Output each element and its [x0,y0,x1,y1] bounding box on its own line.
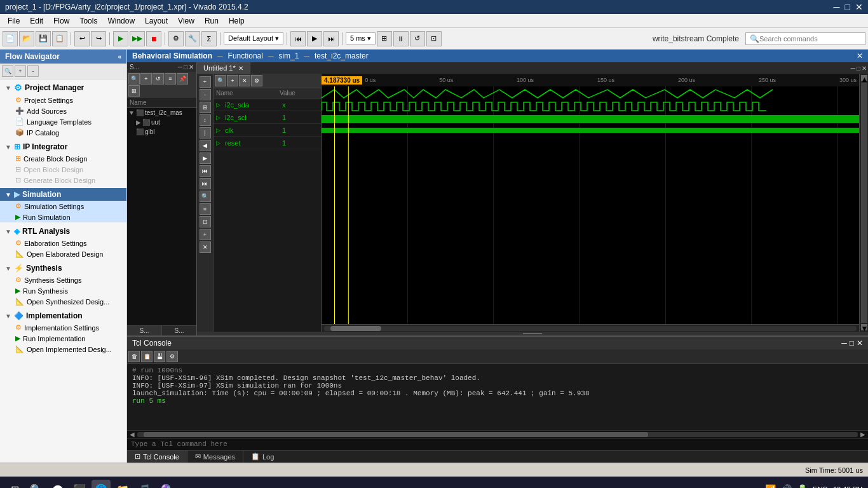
program-button[interactable]: Σ [201,31,217,46]
hierarchy-panel-close[interactable]: ✕ [189,64,194,71]
skip-to-end-button[interactable]: ⏭ [323,31,339,46]
nav-section-title-ip-integrator[interactable]: ▼ ⊞ IP Integrator [0,140,126,153]
nav-item-language-templates[interactable]: 📄 Language Templates [0,116,126,127]
undo-button[interactable]: ↩ [74,31,90,46]
task-cortana-button[interactable]: ⬤ [48,480,67,488]
task-explorer-button[interactable]: 📁 [113,480,132,488]
new-file-button[interactable]: 📄 [3,31,18,46]
nav-item-synthesis-settings[interactable]: ⚙ Synthesis Settings [0,274,126,285]
hier-tab-2[interactable]: S... [162,326,196,336]
tcl-copy-button[interactable]: 📋 [141,351,153,362]
wave-del-button[interactable]: ✕ [200,241,211,253]
save-button[interactable]: 💾 [36,31,51,46]
wave-next-button[interactable]: ▶ [200,152,211,164]
waveform-scrollbar-thumb[interactable] [330,326,381,331]
hierarchy-panel-minimize[interactable]: ─ [178,64,182,71]
wave-go-start-button[interactable]: ⏮ [200,165,211,177]
nav-item-open-block-design[interactable]: ⊟ Open Block Design [0,164,126,175]
maximize-button[interactable]: □ [845,2,850,12]
sim-tool-4[interactable]: ⊡ [426,31,442,46]
tcl-save-button[interactable]: 💾 [154,351,165,362]
hier-item-uut[interactable]: ▶ ⬛ uut [127,118,196,127]
sig-add-button[interactable]: + [227,75,238,86]
wave-settings-button[interactable]: ≡ [200,203,211,215]
menu-help[interactable]: Help [224,17,250,25]
run-sim-button[interactable]: ▶ [113,31,128,46]
scrollbar-down-arrow[interactable]: ▼ [861,324,867,330]
nav-item-open-synthesized-design[interactable]: 📐 Open Synthesized Desig... [0,296,126,307]
stop-button[interactable]: ⏹ [146,31,161,46]
tcl-tab-console[interactable]: ⊡ Tcl Console [127,451,187,463]
tcl-close-icon[interactable]: ✕ [857,339,863,348]
waveform-minimize-icon[interactable]: ─ [851,65,855,72]
nav-section-title-implementation[interactable]: ▼ 🔷 Implementation [0,309,126,322]
nav-item-run-implementation[interactable]: ▶ Run Implementation [0,333,126,344]
waveform-close-icon[interactable]: ✕ [862,65,867,72]
wave-expand-button[interactable]: ⊡ [200,216,211,227]
nav-item-generate-block-design[interactable]: ⊡ Generate Block Design [0,175,126,186]
hier-layout-button[interactable]: ⊞ [128,85,140,97]
wave-zoom-out-button[interactable]: - [200,89,211,100]
nav-section-title-simulation[interactable]: ▼ ▶ Simulation [0,188,126,201]
menu-window[interactable]: Window [102,17,140,25]
wave-prev-button[interactable]: ◀ [200,140,211,151]
close-button[interactable]: ✕ [855,2,863,12]
tcl-h-scrollbar[interactable]: ◀ ▶ [127,430,868,438]
start-button[interactable]: ⊞ [5,480,24,488]
nav-search-button[interactable]: 🔍 [2,65,13,77]
sim-tool-2[interactable]: ⏸ [393,31,409,46]
task-steam-button[interactable]: 🎵 [135,480,154,488]
open-button[interactable]: 📂 [19,31,34,46]
menu-file[interactable]: File [3,17,25,25]
nav-item-create-block-design[interactable]: ⊞ Create Block Design [0,153,126,164]
tcl-input-field[interactable] [131,440,864,448]
nav-item-implementation-settings[interactable]: ⚙ Implementation Settings [0,322,126,333]
nav-item-run-synthesis[interactable]: ▶ Run Synthesis [0,285,126,296]
signal-row-reset[interactable]: ▷ reset 1 [214,137,321,149]
menu-run[interactable]: Run [200,17,224,25]
minimize-button[interactable]: ─ [834,2,840,12]
wave-go-end-button[interactable]: ⏭ [200,178,211,189]
tcl-scroll-right[interactable]: ▶ [858,431,868,438]
sig-search-button[interactable]: 🔍 [215,75,226,86]
menu-edit[interactable]: Edit [25,17,48,25]
tcl-scroll-left[interactable]: ◀ [127,431,137,438]
language-indicator[interactable]: ENG [813,485,828,488]
systray-network-icon[interactable]: 📶 [765,484,776,488]
nav-section-title-project-manager[interactable]: ▼ ⚙ Project Manager [0,81,126,95]
signal-row-i2c_scl[interactable]: ▷ i2c_scl 1 [214,111,321,124]
save-all-button[interactable]: 📋 [52,31,67,46]
hier-refresh-button[interactable]: ↺ [153,73,164,85]
signal-row-i2c_sda[interactable]: ▷ i2c_sda x [214,98,321,111]
tcl-minimize-icon[interactable]: ─ [841,339,847,348]
nav-item-project-settings[interactable]: ⚙ Project Settings [0,95,126,105]
nav-section-title-rtl[interactable]: ▼ ◈ RTL Analysis [0,225,126,238]
flow-nav-collapse-button[interactable]: « [118,53,121,60]
nav-item-run-simulation[interactable]: ▶ Run Simulation [0,212,126,222]
tcl-clear-button[interactable]: 🗑 [128,351,140,362]
task-vivado-button[interactable]: 🌐 [92,480,111,488]
skip-to-start-button[interactable]: ⏮ [290,31,306,46]
signal-row-clk[interactable]: ▷ clk 1 [214,124,321,137]
wave-fit-button[interactable]: ⊞ [200,102,211,113]
tcl-settings-button[interactable]: ⚙ [166,351,178,362]
nav-item-open-elaborated-design[interactable]: 📐 Open Elaborated Design [0,248,126,259]
wave-cursor-button[interactable]: ↕ [200,114,211,126]
scrollbar-up-arrow[interactable]: ▲ [861,75,867,81]
wave-add-button[interactable]: + [200,229,211,240]
search-input[interactable] [759,35,861,43]
hier-tab-1[interactable]: S... [127,326,162,336]
layout-selector[interactable]: Default Layout ▾ [224,32,283,44]
menu-flow[interactable]: Flow [48,17,74,25]
tcl-tab-messages[interactable]: ✉ Messages [187,451,243,463]
tcl-tab-log[interactable]: 📋 Log [243,451,281,463]
task-search-button[interactable]: 🔍 [27,480,46,488]
menu-layout[interactable]: Layout [140,17,173,25]
wave-marker-button[interactable]: | [200,127,211,139]
nav-item-open-implemented-design[interactable]: 📐 Open Implemented Desig... [0,344,126,355]
sig-settings-button[interactable]: ⚙ [251,75,262,86]
tab-close-icon[interactable]: ✕ [238,65,243,72]
nav-expand-button[interactable]: + [15,65,26,77]
menu-view[interactable]: View [173,17,200,25]
waveform-h-scrollbar[interactable] [322,324,859,332]
